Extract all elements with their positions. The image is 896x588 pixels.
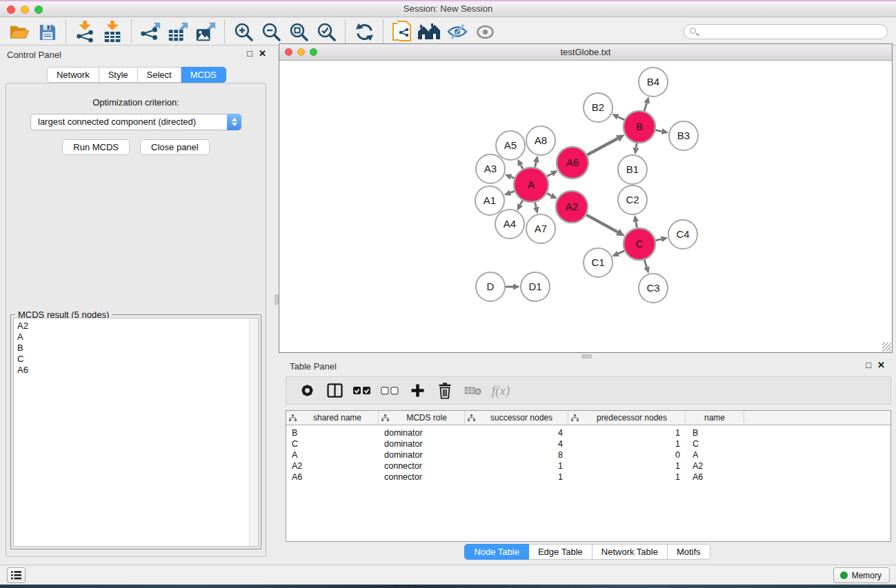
edge-B-B1[interactable] [636, 143, 637, 148]
open-session-icon[interactable] [6, 20, 33, 43]
select-all-columns-icon[interactable] [351, 380, 373, 402]
node-A7[interactable]: A7 [526, 214, 555, 243]
minimize-traffic-light-icon[interactable] [21, 6, 29, 14]
cell-shared-name[interactable]: A6 [286, 472, 379, 483]
network-canvas[interactable]: B4B2BB3A5A8A6A3B1AA1C2A2A4A7C4CC1C3DD1 [279, 61, 892, 352]
zoom-in-icon[interactable] [230, 20, 257, 43]
cell-name[interactable]: A2 [686, 460, 744, 472]
node-B1[interactable]: B1 [618, 155, 647, 184]
close-traffic-light-icon[interactable] [285, 48, 292, 56]
tab-node-table[interactable]: Node Table [464, 544, 529, 560]
cell-MCDS-role[interactable]: connector [379, 472, 465, 483]
close-panel-button[interactable]: Close panel [140, 139, 210, 155]
node-A4[interactable]: A4 [495, 210, 524, 239]
zoom-traffic-light-icon[interactable] [34, 6, 43, 14]
node-B[interactable]: B [624, 111, 655, 143]
edge-A2-C[interactable] [586, 215, 618, 232]
cell-shared-name[interactable]: C [286, 438, 379, 449]
run-mcds-button[interactable]: Run MCDS [62, 139, 130, 155]
node-B3[interactable]: B3 [669, 121, 698, 150]
cell-MCDS-role[interactable]: dominator [379, 449, 465, 460]
tab-style[interactable]: Style [99, 67, 138, 83]
edge-C-C3[interactable] [644, 260, 646, 267]
network-from-file-icon[interactable] [388, 20, 416, 43]
minimize-traffic-light-icon[interactable] [297, 48, 305, 56]
edge-A-A2[interactable] [547, 193, 551, 195]
node-C3[interactable]: C3 [639, 274, 668, 303]
edge-A6-B[interactable] [587, 139, 617, 155]
cell-name[interactable]: A [686, 449, 744, 460]
edge-A-A8[interactable] [535, 162, 537, 167]
edge-C-C2[interactable] [636, 222, 637, 228]
window-resize-grip[interactable] [882, 343, 891, 352]
show-all-networks-icon[interactable] [416, 20, 444, 43]
cell-successor-nodes[interactable]: 1 [465, 472, 568, 483]
edge-A-A5[interactable] [521, 165, 523, 169]
tab-motifs[interactable]: Motifs [668, 544, 710, 560]
edge-A-A6[interactable] [547, 174, 552, 176]
edge-A-A4[interactable] [520, 201, 522, 205]
close-panel-icon[interactable]: ✕ [877, 361, 885, 370]
zoom-fit-icon[interactable] [285, 20, 312, 43]
column-header-name[interactable]: name [686, 411, 744, 425]
tab-network[interactable]: Network [47, 67, 99, 83]
mcds-result-item[interactable]: A2 [14, 321, 258, 332]
tab-edge-table[interactable]: Edge Table [529, 544, 593, 560]
cell-shared-name[interactable]: A2 [286, 460, 379, 472]
cell-shared-name[interactable]: A [286, 449, 379, 460]
cell-predecessor-nodes[interactable]: 1 [568, 472, 686, 483]
edge-B-B3[interactable] [656, 130, 662, 132]
cell-shared-name[interactable]: B [286, 427, 379, 438]
node-D[interactable]: D [476, 272, 505, 301]
float-panel-icon[interactable]: □ [247, 49, 252, 59]
cell-predecessor-nodes[interactable]: 0 [568, 449, 686, 460]
mcds-result-item[interactable]: A6 [14, 365, 258, 376]
cell-successor-nodes[interactable]: 8 [465, 449, 568, 460]
cell-successor-nodes[interactable]: 1 [465, 460, 568, 472]
edge-B-B4[interactable] [644, 103, 647, 112]
splitter-handle-vertical[interactable] [275, 294, 279, 305]
cell-successor-nodes[interactable]: 4 [465, 438, 568, 449]
node-A[interactable]: A [514, 168, 548, 202]
tab-network-table[interactable]: Network Table [593, 544, 668, 560]
import-network-icon[interactable] [71, 20, 99, 43]
memory-button[interactable]: Memory [833, 567, 890, 583]
optimization-criterion-select[interactable]: largest connected component (directed) [30, 114, 241, 130]
cell-MCDS-role[interactable]: connector [379, 460, 465, 472]
zoom-selected-icon[interactable] [312, 20, 340, 43]
mcds-result-item[interactable]: B [14, 343, 258, 354]
cell-predecessor-nodes[interactable]: 1 [568, 438, 686, 449]
mcds-result-list[interactable]: A2ABCA6 [13, 318, 259, 547]
search-input[interactable] [684, 24, 888, 39]
function-builder-icon[interactable]: f(x) [489, 380, 511, 402]
toggle-graphics-details-icon[interactable] [444, 20, 471, 43]
cell-predecessor-nodes[interactable]: 1 [568, 427, 686, 438]
node-B4[interactable]: B4 [639, 68, 668, 97]
edge-A-A7[interactable] [535, 202, 537, 207]
node-A6[interactable]: A6 [557, 147, 588, 179]
mcds-result-item[interactable]: C [14, 354, 258, 365]
cell-successor-nodes[interactable]: 4 [465, 427, 568, 438]
import-table-icon[interactable] [99, 20, 126, 43]
cell-MCDS-role[interactable]: dominator [379, 427, 465, 438]
node-A3[interactable]: A3 [476, 154, 505, 183]
export-image-icon[interactable] [192, 20, 219, 43]
edge-C-C4[interactable] [655, 239, 661, 241]
node-A5[interactable]: A5 [496, 131, 525, 160]
node-C4[interactable]: C4 [668, 220, 697, 249]
edge-A-A1[interactable] [510, 191, 515, 192]
edge-C-C1[interactable] [618, 251, 624, 254]
mcds-result-item[interactable]: A [14, 332, 258, 343]
delete-column-icon[interactable] [434, 380, 456, 402]
network-window-titlebar[interactable]: testGlobe.txt [279, 44, 892, 61]
cell-predecessor-nodes[interactable]: 1 [568, 460, 686, 472]
export-network-icon[interactable] [137, 20, 164, 43]
save-session-icon[interactable] [33, 20, 61, 43]
cell-name[interactable]: A6 [686, 472, 744, 483]
cell-MCDS-role[interactable]: dominator [379, 438, 465, 449]
node-C1[interactable]: C1 [584, 248, 613, 277]
cell-name[interactable]: B [686, 427, 744, 438]
node-D1[interactable]: D1 [521, 272, 550, 301]
edge-B-B2[interactable] [618, 117, 624, 120]
tab-select[interactable]: Select [138, 67, 181, 83]
